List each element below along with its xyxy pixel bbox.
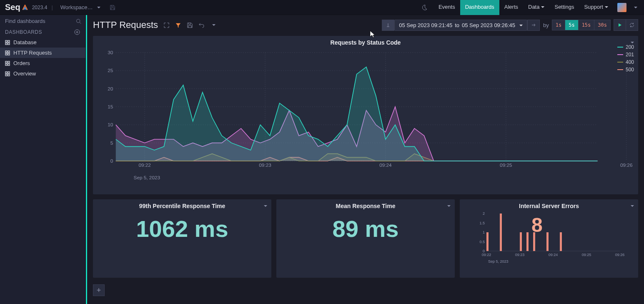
range-anchor-button[interactable] (382, 20, 394, 31)
interval-30s[interactable]: 30s (594, 20, 611, 30)
anchor-icon (386, 23, 391, 28)
jump-forward-button[interactable] (527, 20, 540, 31)
time-range-picker[interactable]: 05 Sep 2023 09:21:45 to 05 Sep 2023 09:2… (394, 20, 527, 31)
sidebar-section-header: DASHBOARDS (0, 27, 85, 37)
sidebar: DASHBOARDS Database HTTP Requests Orders… (0, 15, 86, 304)
mean-value: 89 ms (281, 215, 450, 242)
svg-rect-59 (546, 232, 549, 251)
legend-item[interactable]: 200 (617, 44, 634, 50)
legend-item[interactable]: 201 (617, 52, 634, 58)
time-to: 05 Sep 2023 09:26:45 (462, 22, 515, 28)
svg-rect-54 (486, 232, 489, 251)
range-anchor: 05 Sep 2023 09:21:45 to 05 Sep 2023 09:2… (382, 20, 540, 31)
more-button[interactable] (209, 21, 217, 29)
filter-icon (175, 22, 181, 28)
filter-button[interactable] (174, 21, 182, 29)
dashboard-list: Database HTTP Requests Orders Overview (0, 37, 85, 79)
play-button[interactable] (614, 19, 626, 31)
svg-rect-14 (8, 61, 10, 63)
panel-menu[interactable] (262, 203, 267, 209)
user-menu[interactable] (631, 4, 639, 11)
panel-menu[interactable] (629, 203, 634, 209)
p99-panel: 99th Percentile Response Time 1062 ms (93, 199, 271, 278)
nav-support[interactable]: Support (579, 0, 613, 15)
svg-text:09:22: 09:22 (482, 253, 491, 257)
legend-item[interactable]: 500 (617, 67, 634, 73)
title-tools (162, 21, 217, 29)
grid-icon (5, 40, 10, 45)
sidebar-item-overview[interactable]: Overview (0, 68, 85, 79)
version-label: 2023.4 (32, 5, 48, 10)
refresh-button[interactable] (626, 19, 638, 31)
svg-rect-57 (526, 232, 529, 251)
svg-text:0.5: 0.5 (479, 240, 485, 244)
svg-text:1.5: 1.5 (479, 221, 485, 225)
errors-total: 8 (531, 214, 543, 236)
nav-data[interactable]: Data (523, 0, 549, 15)
search-icon[interactable] (76, 18, 81, 24)
theme-toggle-button[interactable] (419, 3, 429, 13)
chart-legend: 200 201 400 500 (617, 44, 634, 73)
svg-rect-6 (8, 40, 10, 42)
status-chart-panel: Requests by Status Code 05101520253009:2… (93, 36, 638, 194)
fullscreen-button[interactable] (162, 21, 170, 29)
main-content: HTTP Requests 05 Sep 2023 09:21:45 to 05… (86, 15, 644, 304)
svg-rect-8 (8, 43, 10, 45)
svg-rect-55 (500, 214, 502, 251)
svg-text:2: 2 (483, 211, 485, 216)
undo-button[interactable] (197, 21, 205, 29)
svg-rect-56 (520, 232, 522, 251)
panel-title: Mean Response Time (281, 203, 450, 209)
interval-1s[interactable]: 1s (552, 20, 565, 30)
svg-rect-20 (8, 74, 10, 76)
svg-text:25: 25 (108, 68, 113, 73)
add-dashboard-icon[interactable] (74, 29, 80, 35)
legend-item[interactable]: 400 (617, 59, 634, 65)
interval-5s[interactable]: 5s (565, 20, 578, 30)
svg-text:Sep 5, 2023: Sep 5, 2023 (134, 175, 160, 180)
sidebar-item-http-requests[interactable]: HTTP Requests (0, 48, 85, 58)
interval-15s[interactable]: 15s (578, 20, 595, 30)
svg-rect-16 (8, 64, 10, 65)
svg-rect-5 (5, 40, 7, 42)
svg-rect-18 (8, 72, 10, 73)
workspace-selector[interactable]: Workspace… (57, 3, 104, 12)
logo-text: Seq (5, 3, 20, 12)
logo-mark-icon (22, 5, 28, 10)
svg-text:09:26: 09:26 (620, 163, 632, 168)
undo-icon (198, 22, 205, 28)
panel-title: Requests by Status Code (98, 39, 633, 46)
chevron-down-icon (518, 22, 523, 28)
nav-settings[interactable]: Settings (549, 0, 579, 15)
svg-text:20: 20 (108, 86, 113, 91)
logo[interactable]: Seq (5, 3, 28, 12)
svg-rect-19 (5, 74, 7, 76)
grid-icon (5, 61, 10, 66)
svg-text:09:25: 09:25 (582, 253, 591, 257)
time-controls: 05 Sep 2023 09:21:45 to 05 Sep 2023 09:2… (382, 19, 638, 31)
nav-alerts[interactable]: Alerts (499, 0, 523, 15)
user-avatar[interactable] (617, 3, 626, 12)
add-panel-button[interactable]: + (93, 284, 105, 296)
sidebar-item-label: Orders (13, 60, 30, 66)
panel-menu[interactable] (446, 203, 451, 209)
svg-text:10: 10 (108, 123, 113, 128)
nav-dashboards[interactable]: Dashboards (460, 0, 499, 15)
save-workspace-button[interactable] (108, 3, 117, 12)
divider: | (51, 4, 53, 10)
svg-text:5: 5 (110, 141, 113, 146)
svg-text:30: 30 (108, 50, 113, 55)
errors-chart[interactable]: 00.511.5209:2209:2309:2409:2509:26Sep 5,… (465, 209, 633, 264)
svg-text:09:22: 09:22 (138, 163, 150, 168)
play-controls (614, 19, 638, 31)
save-button[interactable] (185, 21, 194, 29)
search-input[interactable] (4, 18, 76, 25)
nav-events[interactable]: Events (434, 0, 460, 15)
sidebar-item-label: Database (13, 39, 37, 45)
sidebar-item-label: HTTP Requests (13, 50, 52, 56)
svg-text:1: 1 (483, 230, 485, 234)
status-chart[interactable]: 05101520253009:2209:2309:2409:2509:26Sep… (98, 48, 633, 182)
svg-text:09:25: 09:25 (500, 163, 512, 168)
sidebar-item-database[interactable]: Database (0, 37, 85, 48)
sidebar-item-orders[interactable]: Orders (0, 58, 85, 68)
